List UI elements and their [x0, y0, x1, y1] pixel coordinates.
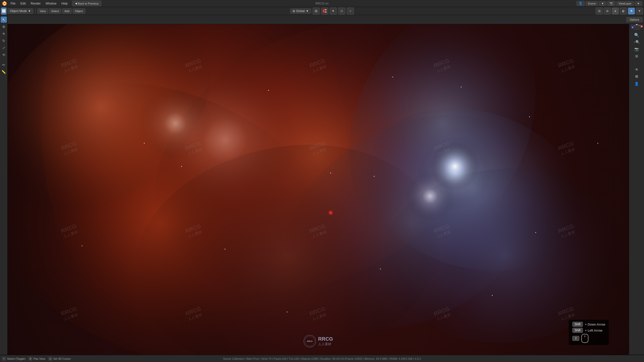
gizmo-btn[interactable]: ⊕ — [604, 8, 611, 15]
select-status-label: Select (Toggle) — [7, 357, 25, 360]
viewlayer-label: ViewLayer — [619, 2, 631, 5]
transform-dropdown-icon: ▼ — [306, 9, 309, 13]
rotate-tool-icon[interactable]: ↻ — [1, 38, 7, 44]
svg-text:X: X — [641, 26, 642, 27]
rendered-shading-icon: ☀ — [630, 9, 633, 13]
object-mode-selector[interactable]: Object Mode ▼ — [8, 9, 33, 14]
scene-label: Scene — [588, 2, 596, 5]
scene-expand[interactable]: ▼ — [599, 1, 606, 6]
blender-logo[interactable] — [1, 0, 8, 7]
proportional-falloff-btn[interactable]: ≈ — [347, 8, 354, 15]
scene-selector[interactable]: Scene — [586, 1, 598, 6]
rrcg-chinese: 人人素材 — [318, 342, 333, 346]
proportional-edit-btn[interactable]: ⊙ — [338, 8, 345, 15]
mouse-icon — [581, 334, 588, 343]
viewport-shading-solid[interactable]: ● — [612, 8, 619, 15]
grid-view-btn[interactable]: ⊞ — [633, 53, 641, 59]
back-to-previous-button[interactable]: ◀ Back to Previous — [72, 1, 102, 6]
snapping-options-btn[interactable]: ▼ — [330, 8, 337, 15]
select-menu-btn[interactable]: Select — [49, 9, 61, 14]
options-button[interactable]: Options — [626, 17, 642, 22]
snapping-btn[interactable]: 🧲 — [321, 8, 328, 15]
measure-tool-icon[interactable]: 📏 — [1, 69, 7, 75]
pivot-point-btn[interactable]: ⊕ — [312, 8, 319, 15]
overlay-btn[interactable]: ⊞ — [596, 8, 603, 15]
pivot-icon: ⊕ — [314, 9, 318, 13]
status-cursor: ◎ Set 3D Cursor — [48, 357, 71, 361]
sidebar-icon: 👁 — [635, 68, 638, 72]
status-pan: ⊕ Pan View — [28, 357, 45, 361]
render-icon-btn[interactable]: 📷 — [607, 1, 615, 6]
grid-view-icon: ⊞ — [635, 54, 638, 58]
zoom-out-btn[interactable]: −🔍 — [633, 39, 641, 45]
tool-icon-btn[interactable]: 🛠 — [633, 74, 641, 79]
cursor-status-label: Set 3D Cursor — [53, 357, 71, 360]
camera-view-icon: 📷 — [634, 47, 639, 51]
falloff-icon: ≈ — [349, 9, 351, 13]
transform-orientation-selector[interactable]: ⊞ Global ▼ — [290, 9, 311, 14]
back-arrow-icon: ◀ — [75, 2, 77, 5]
view-menu-btn[interactable]: View — [37, 9, 48, 14]
snap-icon: 🧲 — [323, 9, 327, 13]
back-to-previous-label: Back to Previous — [78, 2, 99, 5]
rrcg-logo-center: RRCG RRCG 人人素材 — [304, 335, 333, 347]
3d-viewport[interactable]: RRCG 人人素材 RRCG 人人素材 RRCG 人人素材 RRCG 人人素材 … — [8, 24, 629, 355]
svg-text:RRCG: RRCG — [307, 340, 313, 342]
scene-info-text: Scene Collection | Stars Proc | Verts:74… — [223, 357, 421, 360]
menu-render[interactable]: Render — [28, 0, 43, 7]
shift-key-1: Shift — [572, 322, 583, 327]
rrcg-circle-svg: RRCG — [304, 335, 316, 347]
status-bar: ↖ Select (Toggle) ⊕ Pan View ◎ Set 3D Cu… — [0, 355, 644, 362]
plus-left-label-2: + Left Arrow — [585, 329, 602, 332]
cursor-tool-icon[interactable]: ⊕ — [1, 24, 7, 30]
object-menu-btn[interactable]: Object — [73, 9, 85, 14]
left-panel: ↖ ⊕ ✛ ↻ ⤢ ⟲ ✏ 📏 — [0, 15, 8, 354]
viewlayer-selector[interactable]: ViewLayer — [616, 1, 634, 6]
shortcut-row-1: Shift + Down Arrow — [572, 322, 605, 327]
center-toolbar: ⊞ Global ▼ ⊕ 🧲 ▼ ⊙ ≈ — [290, 8, 354, 15]
shading-extra-icon: ▼ — [638, 9, 641, 13]
viewlayer-expand[interactable]: ▼ — [635, 1, 642, 6]
select-status-icon: ↖ — [2, 357, 6, 361]
shift-key-icon: ⇧ — [572, 336, 579, 341]
select-tool-icon[interactable]: ↖ — [1, 17, 7, 23]
pan-status-label: Pan View — [33, 357, 45, 360]
view-icon-btn[interactable]: 👤 — [633, 81, 641, 86]
menu-file[interactable]: File — [8, 0, 18, 7]
scene-icon-btn[interactable]: 👤 — [577, 1, 585, 6]
object-mode-icon[interactable]: ⬜ — [1, 8, 7, 15]
rrcg-text-block: RRCG 人人素材 — [318, 336, 333, 346]
solid-shading-icon: ● — [614, 9, 616, 13]
zoom-in-btn[interactable]: 🔍 — [633, 32, 641, 38]
overlay-icon: ⊞ — [598, 9, 601, 13]
camera-view-btn[interactable]: 📷 — [633, 46, 641, 52]
move-tool-icon[interactable]: ✛ — [1, 31, 7, 37]
toolbar-separator-1 — [35, 9, 35, 14]
viewport-shading-material[interactable]: ◐ — [620, 8, 627, 15]
transform-tool-icon[interactable]: ⟲ — [1, 52, 7, 58]
shortcut-row-2: Shift + Left Arrow — [572, 328, 605, 333]
menu-edit[interactable]: Edit — [18, 0, 28, 7]
zoom-in-icon: 🔍 — [634, 33, 639, 37]
viewport-shading-extra[interactable]: ▼ — [636, 8, 643, 15]
pan-status-icon: ⊕ — [28, 357, 32, 361]
menu-items: File Edit Render Window Help — [8, 0, 70, 7]
viewport-shading-rendered[interactable]: ☀ — [628, 8, 635, 15]
scale-tool-icon[interactable]: ⤢ — [1, 45, 7, 51]
zoom-out-icon: −🔍 — [633, 40, 640, 44]
add-menu-btn[interactable]: Add — [62, 9, 72, 14]
right-panel: Z X Y 🔍 −🔍 📷 ⊞ 👁 🛠 👤 — [629, 15, 644, 354]
object-mode-label: Object Mode — [10, 9, 27, 13]
menu-window[interactable]: Window — [43, 0, 59, 7]
viewlayer-expand-icon: ▼ — [637, 2, 640, 5]
menu-help[interactable]: Help — [59, 0, 70, 7]
scene-expand-icon: ▼ — [601, 2, 604, 5]
annotate-tool-icon[interactable]: ✏ — [1, 62, 7, 68]
user-scene-icon: 👤 — [579, 2, 582, 5]
transform-label: Global — [296, 9, 305, 13]
right-toolbar-2: ⊞ ⊕ ● ◐ ☀ ▼ — [596, 8, 643, 15]
shortcut-overlay: Shift + Down Arrow Shift + Left Arrow ⇧ — [569, 320, 609, 345]
sidebar-toggle-btn[interactable]: 👁 — [633, 67, 641, 72]
render-camera-icon: 📷 — [610, 2, 613, 5]
shortcut-row-icons: ⇧ — [572, 334, 605, 343]
